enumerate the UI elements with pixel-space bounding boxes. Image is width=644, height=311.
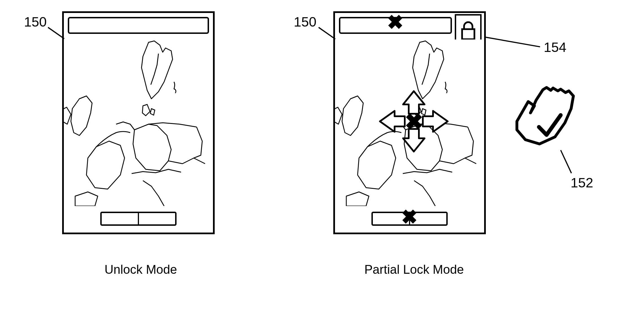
ref-152: 152 [571,175,593,190]
ref-154: 154 [544,40,566,55]
x-icon-center: ✖ [404,109,423,135]
bottom-button-bar-left[interactable] [100,212,177,226]
leader-150-right [318,27,336,40]
device-partial-lock: ✖ [333,11,486,234]
hand-pointer-icon [506,85,579,150]
map-area-left[interactable] [64,40,213,206]
device-unlock-mode [62,11,215,234]
bottom-button-left-2[interactable] [139,213,175,224]
ref-150-right: 150 [294,14,316,30]
x-icon-bottom: ✖ [401,205,418,229]
x-icon-top: ✖ [387,11,404,34]
diagram-canvas: 150 Unlock Mode ✖ [0,0,644,311]
caption-unlock: Unlock Mode [105,262,177,277]
lock-icon [460,19,477,43]
svg-rect-0 [462,29,475,39]
leader-152 [560,150,572,173]
caption-partial-lock: Partial Lock Mode [364,262,464,277]
search-bar-left[interactable] [68,17,209,34]
leader-154 [486,37,540,47]
ref-150-left: 150 [24,14,47,30]
bottom-button-left-1[interactable] [102,213,138,224]
europe-map-left [64,40,213,206]
